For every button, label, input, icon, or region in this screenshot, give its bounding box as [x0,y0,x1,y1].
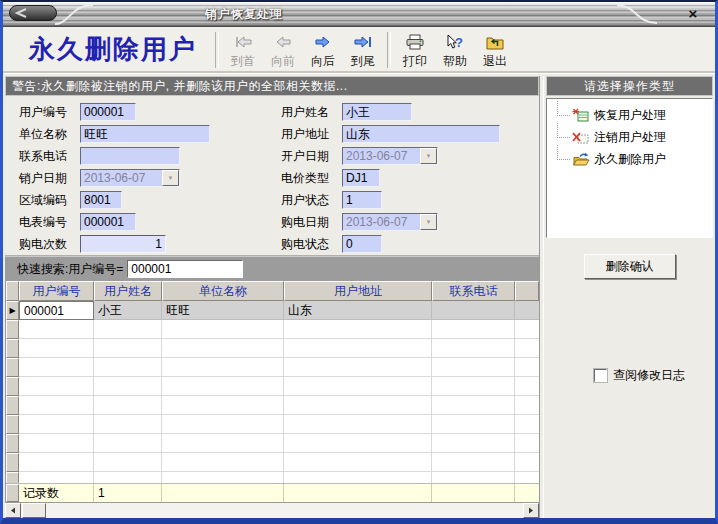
horizontal-scrollbar[interactable] [5,502,539,518]
field-label: 用户编号 [19,104,80,121]
cell-user-name[interactable]: 小王 [94,301,162,320]
table-row-empty[interactable] [6,415,539,434]
purchase-date-value: 2013-06-07 [343,214,420,230]
view-log-checkbox[interactable] [594,369,607,382]
field-label: 用户姓名 [281,104,342,121]
chevron-down-icon[interactable]: ▼ [420,214,437,230]
column-header[interactable]: 用户地址 [284,281,432,301]
printer-icon [405,34,425,54]
column-header[interactable]: 用户姓名 [94,281,162,301]
nav-prev-button[interactable]: 向前 [263,29,303,71]
unit-name-field[interactable] [80,125,210,143]
table-row-empty[interactable] [6,377,539,396]
titlebar-swoosh-right [615,2,659,26]
main-area: 警告:永久删除被注销的用户, 并删除该用户的全部相关数据... 用户编号 单位名… [3,74,715,518]
close-button[interactable]: × [683,4,703,22]
cell-user-id[interactable]: 000001 [19,301,94,320]
field-label: 电价类型 [281,170,342,187]
exit-folder-icon [485,34,505,54]
operation-panel-header: 请选择操作类型 [546,76,713,96]
search-input[interactable] [127,260,243,278]
table-body: ▶ 000001 小王 旺旺 山东 [6,301,539,483]
table-row-empty[interactable] [6,453,539,472]
form-left-column: 用户编号 单位名称 联系电话 销户日期 2013-06-07 ▼ 区域编码 电表… [19,101,281,255]
column-header[interactable]: 单位名称 [162,281,284,301]
scroll-left-button[interactable] [5,503,21,518]
table-row-empty[interactable] [6,358,539,377]
titlebar[interactable]: 销户恢复处理 × [3,2,715,27]
close-date-value: 2013-06-07 [81,170,162,186]
exit-button[interactable]: 退出 [475,29,515,71]
purchase-status-field[interactable] [342,235,382,253]
quick-search-bar: 快速搜索:用户编号= [5,256,539,281]
field-label: 开户日期 [281,148,342,165]
field-label: 用户地址 [281,126,342,143]
tree-item-cancel-user[interactable]: 注销用户处理 [555,126,712,148]
table-row[interactable]: ▶ 000001 小王 旺旺 山东 [6,301,539,320]
cell-phone[interactable] [432,301,515,320]
nav-prev-label: 向前 [271,55,295,67]
help-button[interactable]: ? 帮助 [435,29,475,71]
go-first-icon [232,34,254,54]
user-address-field[interactable] [342,125,500,143]
chevron-down-icon[interactable]: ▼ [420,148,437,164]
scroll-right-button[interactable] [523,503,539,518]
phone-field[interactable] [80,147,180,165]
user-status-field[interactable] [342,191,382,209]
nav-first-button[interactable]: 到首 [223,29,263,71]
view-log-option[interactable]: 查阅修改日志 [594,367,713,384]
user-detail-form: 用户编号 单位名称 联系电话 销户日期 2013-06-07 ▼ 区域编码 电表… [5,96,539,256]
cancel-user-icon [572,130,590,145]
column-header[interactable]: 联系电话 [432,281,515,301]
exit-label: 退出 [483,55,507,67]
cell-address[interactable]: 山东 [284,301,432,320]
field-label: 购电次数 [19,236,80,253]
record-count-row: 记录数 1 [6,483,539,502]
record-count-label: 记录数 [19,484,94,502]
user-name-field[interactable] [342,103,412,121]
table-row-empty[interactable] [6,320,539,339]
purchase-date-combo[interactable]: 2013-06-07 ▼ [342,213,438,231]
warning-banner: 警告:永久删除被注销的用户, 并删除该用户的全部相关数据... [5,76,539,96]
table-row-empty[interactable] [6,339,539,358]
purchase-count-field[interactable] [80,235,166,253]
print-button[interactable]: 打印 [395,29,435,71]
toolbar: 永久删除用户 到首 向前 向后 到尾 [3,27,715,74]
cell-unit-name[interactable]: 旺旺 [162,301,284,320]
close-date-combo[interactable]: 2013-06-07 ▼ [80,169,180,187]
chevron-down-icon[interactable]: ▼ [162,170,179,186]
table-row-empty[interactable] [6,396,539,415]
area-code-field[interactable] [80,191,122,209]
nav-next-button[interactable]: 向后 [303,29,343,71]
operation-panel: 请选择操作类型 恢复用户处理 注销用户处理 [544,74,715,518]
price-type-field[interactable] [342,169,380,187]
field-label: 单位名称 [19,126,80,143]
help-cursor-icon: ? [444,34,466,54]
svg-text:?: ? [455,34,463,49]
app-window: 销户恢复处理 × 永久删除用户 到首 向前 向后 [0,0,718,524]
meter-id-field[interactable] [80,213,136,231]
app-logo-icon [9,5,57,21]
row-pointer: ▶ [6,301,19,320]
window-title: 销户恢复处理 [205,6,283,23]
quick-search-label: 快速搜索:用户编号= [17,261,123,278]
delete-confirm-button[interactable]: 删除确认 [584,254,676,279]
tree-elbow [557,123,570,138]
help-label: 帮助 [443,55,467,67]
restore-user-icon [572,108,590,123]
column-header[interactable]: 用户编号 [19,281,94,301]
form-right-column: 用户姓名 用户地址 开户日期 2013-06-07 ▼ 电价类型 用户状态 购电… [281,101,539,255]
user-id-field[interactable] [80,103,136,121]
open-date-combo[interactable]: 2013-06-07 ▼ [342,147,438,165]
tree-item-delete-user[interactable]: 永久删除用户 [555,148,712,170]
scrollbar-thumb[interactable] [22,503,46,518]
arrow-left-icon [272,34,294,54]
tree-item-restore-user[interactable]: 恢复用户处理 [555,104,712,126]
toolbar-separator [215,32,219,68]
nav-last-button[interactable]: 到尾 [343,29,383,71]
table-row-empty[interactable] [6,434,539,453]
record-count-value: 1 [94,484,162,502]
field-label: 联系电话 [19,148,80,165]
titlebar-swoosh-left [55,2,95,26]
field-label: 购电日期 [281,214,342,231]
